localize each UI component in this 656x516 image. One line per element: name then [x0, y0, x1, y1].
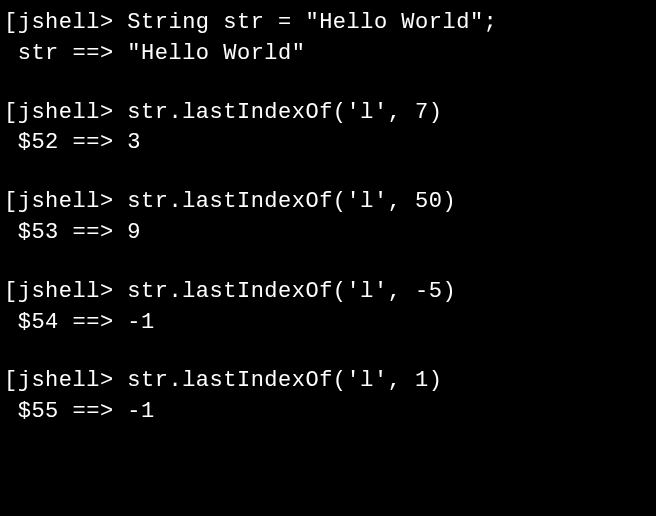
result-value: -1: [127, 310, 154, 335]
result-variable: $53: [18, 220, 59, 245]
result-variable: str: [18, 41, 59, 66]
result-line: $53 ==> 9: [4, 218, 652, 249]
command-block: [jshell> String str = "Hello World"; str…: [4, 8, 652, 70]
result-line: $54 ==> -1: [4, 308, 652, 339]
shell-prompt: jshell>: [18, 279, 114, 304]
result-line: $52 ==> 3: [4, 128, 652, 159]
result-variable: $54: [18, 310, 59, 335]
result-value: -1: [127, 399, 154, 424]
bracket-open: [: [4, 279, 18, 304]
result-line: $55 ==> -1: [4, 397, 652, 428]
command-text: str.lastIndexOf('l', 50): [127, 189, 456, 214]
result-variable: $55: [18, 399, 59, 424]
command-block: [jshell> str.lastIndexOf('l', 7) $52 ==>…: [4, 98, 652, 160]
result-value: "Hello World": [127, 41, 305, 66]
result-line: str ==> "Hello World": [4, 39, 652, 70]
command-block: [jshell> str.lastIndexOf('l', 50) $53 ==…: [4, 187, 652, 249]
command-text: str.lastIndexOf('l', 7): [127, 100, 442, 125]
command-text: String str = "Hello World";: [127, 10, 497, 35]
bracket-open: [: [4, 368, 18, 393]
bracket-open: [: [4, 10, 18, 35]
result-value: 3: [127, 130, 141, 155]
result-variable: $52: [18, 130, 59, 155]
command-text: str.lastIndexOf('l', 1): [127, 368, 442, 393]
command-line: [jshell> str.lastIndexOf('l', 7): [4, 98, 652, 129]
command-line: [jshell> str.lastIndexOf('l', 1): [4, 366, 652, 397]
result-value: 9: [127, 220, 141, 245]
command-line: [jshell> str.lastIndexOf('l', 50): [4, 187, 652, 218]
terminal-output: [jshell> String str = "Hello World"; str…: [4, 8, 652, 428]
bracket-open: [: [4, 189, 18, 214]
shell-prompt: jshell>: [18, 189, 114, 214]
bracket-open: [: [4, 100, 18, 125]
command-block: [jshell> str.lastIndexOf('l', 1) $55 ==>…: [4, 366, 652, 428]
command-line: [jshell> str.lastIndexOf('l', -5): [4, 277, 652, 308]
shell-prompt: jshell>: [18, 368, 114, 393]
shell-prompt: jshell>: [18, 100, 114, 125]
command-line: [jshell> String str = "Hello World";: [4, 8, 652, 39]
command-block: [jshell> str.lastIndexOf('l', -5) $54 ==…: [4, 277, 652, 339]
shell-prompt: jshell>: [18, 10, 114, 35]
command-text: str.lastIndexOf('l', -5): [127, 279, 456, 304]
